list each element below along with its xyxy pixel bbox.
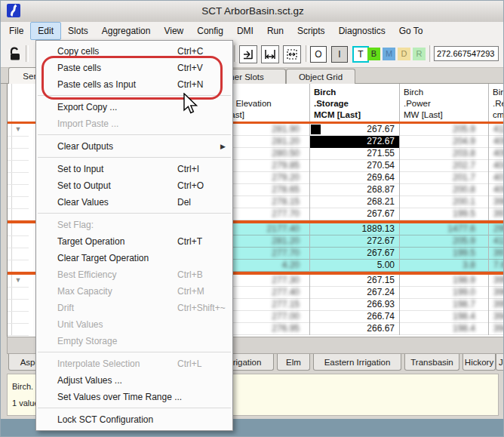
menubar-item-dmi[interactable]: DMI: [230, 22, 260, 40]
cell-storage-row11[interactable]: 5.00: [310, 260, 400, 272]
cell-power-row9[interactable]: 205.9: [400, 235, 489, 248]
cell-release-row14[interactable]: 395.4: [489, 299, 504, 311]
cell-storage-row0[interactable]: 267.67: [310, 124, 400, 136]
cell-release-row15[interactable]: 394.9: [489, 311, 504, 323]
cell-storage-row13[interactable]: 267.24: [310, 287, 400, 299]
cell-storage-row6[interactable]: 268.21: [310, 196, 400, 208]
cell-storage-row4[interactable]: 269.64: [310, 172, 400, 184]
gutter-row10[interactable]: [8, 248, 29, 260]
menubar-item-slots[interactable]: Slots: [61, 22, 95, 40]
gutter-row16[interactable]: [8, 323, 29, 336]
cell-release-row13[interactable]: 396.1: [489, 287, 504, 299]
flag-button-t[interactable]: T: [352, 46, 369, 63]
menu-item-clear-outputs[interactable]: Clear Outputs▶: [36, 138, 232, 155]
group-collapse-icon[interactable]: ▼: [8, 124, 29, 137]
menu-item-set-to-input[interactable]: Set to InputCtrl+I: [36, 161, 232, 177]
cell-storage-row5[interactable]: 268.87: [310, 184, 400, 196]
gutter-row1[interactable]: [8, 136, 29, 149]
menubar-item-edit[interactable]: Edit: [30, 22, 61, 40]
cell-release-row0[interactable]: 411.3: [489, 124, 504, 136]
cell-power-row15[interactable]: 198.4: [400, 311, 489, 323]
menubar-item-view[interactable]: View: [157, 22, 190, 40]
cell-storage-row12[interactable]: 267.15: [310, 275, 400, 287]
menu-item-interpolate-selection[interactable]: Interpolate SelectionCtrl+L: [36, 355, 232, 372]
cell-release-row2[interactable]: 406.4: [489, 148, 504, 160]
lock-icon[interactable]: [8, 46, 22, 61]
menu-item-unit-values[interactable]: Unit Values: [36, 316, 232, 333]
cell-power-row7[interactable]: 199.5: [400, 208, 489, 220]
menubar-item-aggregation[interactable]: Aggregation: [95, 22, 158, 40]
cell-release-row8[interactable]: 2951.2: [489, 223, 504, 235]
gutter-row2[interactable]: [8, 148, 29, 161]
sheet-tab-juniper[interactable]: Juniper: [496, 354, 504, 371]
gutter-row13[interactable]: [8, 287, 29, 300]
scroll-to-edge-button[interactable]: [239, 45, 257, 63]
cell-power-row5[interactable]: 200.8: [400, 184, 489, 196]
cell-release-row16[interactable]: 394.8: [489, 323, 504, 335]
cell-power-row8[interactable]: 1477.6: [400, 223, 489, 235]
cell-power-row6[interactable]: 200.1: [400, 196, 489, 208]
cell-release-row1[interactable]: 408.9: [489, 136, 504, 148]
menubar-item-scripts[interactable]: Scripts: [290, 22, 332, 40]
cell-release-row7[interactable]: 397.0: [489, 208, 504, 220]
gutter-row14[interactable]: [8, 299, 29, 312]
menubar-item-diagnostics[interactable]: Diagnostics: [332, 22, 392, 40]
menu-item-set-flag[interactable]: Set Flag:: [36, 217, 232, 233]
gutter-row4[interactable]: [8, 172, 29, 185]
menubar-item-file[interactable]: File: [2, 22, 30, 40]
group-collapse-icon[interactable]: ▼: [8, 275, 29, 288]
cell-power-row3[interactable]: 202.7: [400, 160, 489, 172]
menu-item-lock-sct-configuration[interactable]: Lock SCT Configuration: [36, 411, 232, 428]
cell-power-row1[interactable]: 204.9: [400, 136, 489, 148]
cell-release-row3[interactable]: 404.1: [489, 160, 504, 172]
cell-storage-row16[interactable]: 266.67: [310, 323, 400, 335]
fit-range-dashed-button[interactable]: [283, 45, 301, 63]
cell-storage-row2[interactable]: 271.55: [310, 148, 400, 160]
menubar-item-config[interactable]: Config: [190, 22, 230, 40]
menu-item-empty-storage[interactable]: Empty Storage: [36, 333, 232, 349]
cell-release-row4[interactable]: 401.9: [489, 172, 504, 184]
cell-release-row12[interactable]: 395.8: [489, 275, 504, 287]
cell-power-row10[interactable]: 199.5: [400, 248, 489, 260]
sheet-tab-transbasin[interactable]: Transbasin: [404, 354, 459, 371]
gutter-row9[interactable]: [8, 235, 29, 248]
sheet-tab-elm[interactable]: Elm: [277, 354, 310, 371]
cell-storage-row9[interactable]: 272.67: [310, 235, 400, 248]
gutter-row5[interactable]: [8, 184, 29, 197]
gutter-row8[interactable]: [8, 223, 29, 236]
cell-release-row6[interactable]: 398.4: [489, 196, 504, 208]
menu-item-max-capacity[interactable]: Max CapacityCtrl+M: [36, 283, 232, 300]
cell-release-row5[interactable]: 400.0: [489, 184, 504, 196]
gutter-row6[interactable]: [8, 196, 29, 209]
sheet-tab-hickory[interactable]: Hickory: [463, 354, 496, 371]
menu-item-target-operation[interactable]: Target OperationCtrl+T: [36, 233, 232, 250]
cell-power-row13[interactable]: 199.0: [400, 287, 489, 299]
column-header-release[interactable]: Birch.Releasecms [Last]: [489, 84, 504, 125]
cell-storage-row10[interactable]: 267.67: [310, 248, 400, 260]
menu-item-clear-values[interactable]: Clear ValuesDel: [36, 194, 232, 211]
menu-item-adjust-values[interactable]: Adjust Values ...: [36, 372, 232, 389]
flag-button-i[interactable]: I: [331, 46, 348, 63]
cell-power-row14[interactable]: 198.7: [400, 299, 489, 311]
cell-release-row11[interactable]: 7.6: [489, 260, 504, 272]
cell-power-row2[interactable]: 203.8: [400, 148, 489, 160]
menu-item-clear-target-operation[interactable]: Clear Target Operation: [36, 250, 232, 266]
menubar-item-run[interactable]: Run: [260, 22, 290, 40]
cell-power-row12[interactable]: 198.9: [400, 275, 489, 287]
cell-storage-row8[interactable]: 1889.13: [310, 223, 400, 235]
cell-power-row11[interactable]: 3.8: [400, 260, 489, 272]
cell-power-row4[interactable]: 201.7: [400, 172, 489, 184]
color-flag-m[interactable]: M: [383, 48, 395, 60]
gutter-row7[interactable]: [8, 208, 29, 221]
flag-button-o[interactable]: O: [310, 46, 327, 63]
cell-storage-row3[interactable]: 270.54: [310, 160, 400, 172]
cell-storage-row15[interactable]: 266.74: [310, 311, 400, 323]
tab-object-grid[interactable]: Object Grid: [286, 69, 355, 84]
sheet-tab-eastern-irrigation[interactable]: Eastern Irrigation: [313, 354, 401, 371]
cell-storage-row1[interactable]: 272.67: [310, 136, 400, 148]
cell-storage-row7[interactable]: 267.67: [310, 208, 400, 220]
gutter-row11[interactable]: [8, 260, 29, 272]
fit-width-button[interactable]: [261, 45, 279, 63]
color-flag-r[interactable]: R: [413, 48, 426, 60]
menu-item-set-to-output[interactable]: Set to OutputCtrl+O: [36, 177, 232, 194]
